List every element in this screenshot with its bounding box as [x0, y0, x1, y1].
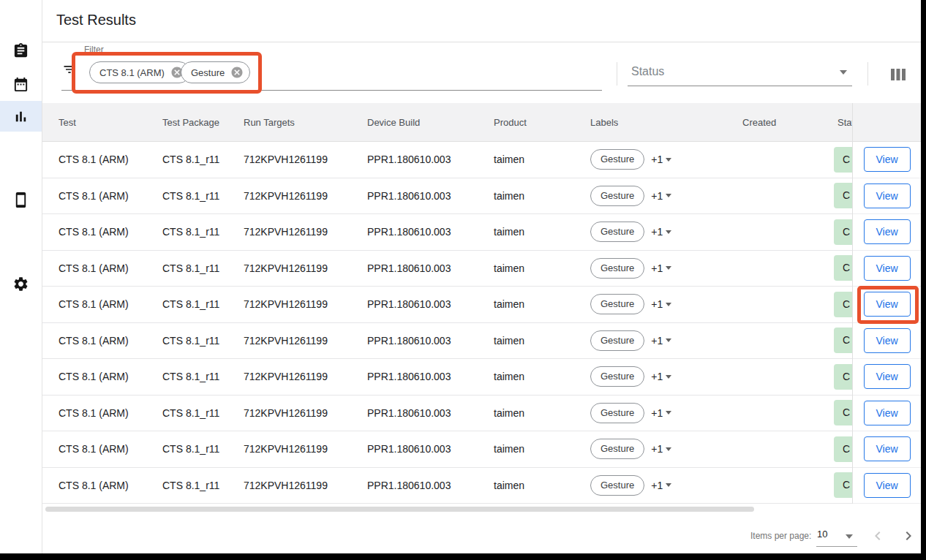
- view-button[interactable]: View: [864, 436, 911, 461]
- page-title: Test Results: [56, 12, 136, 29]
- cell-product: taimen: [494, 226, 590, 238]
- cell-test-package: CTS 8.1_r11: [162, 335, 244, 347]
- column-header-run-targets[interactable]: Run Targets: [244, 117, 367, 128]
- more-labels-dropdown[interactable]: +1: [651, 298, 671, 310]
- cell-test: CTS 8.1 (ARM): [42, 190, 162, 202]
- status-badge: C: [834, 328, 853, 353]
- table-row[interactable]: CTS 8.1 (ARM) CTS 8.1_r11 712KPVH1261199…: [42, 431, 853, 468]
- cell-status: C: [834, 472, 853, 498]
- cell-labels: Gesture +1: [590, 330, 737, 351]
- more-labels-dropdown[interactable]: +1: [651, 407, 671, 419]
- previous-page-button[interactable]: [869, 527, 887, 545]
- label-chip[interactable]: Gesture: [590, 186, 644, 206]
- table-row[interactable]: CTS 8.1 (ARM) CTS 8.1_r11 712KPVH1261199…: [42, 359, 853, 396]
- sidebar-item-settings[interactable]: [0, 268, 42, 299]
- more-labels-dropdown[interactable]: +1: [651, 190, 671, 202]
- chevron-down-icon: [666, 375, 671, 379]
- label-chip[interactable]: Gesture: [590, 439, 644, 459]
- label-chip[interactable]: Gesture: [590, 403, 644, 423]
- items-per-page-select[interactable]: 10: [817, 529, 827, 540]
- sidebar-item-test-results[interactable]: [0, 101, 42, 132]
- column-header-product[interactable]: Product: [494, 117, 590, 128]
- view-button[interactable]: View: [864, 183, 911, 208]
- cell-device-build: PPR1.180610.003: [367, 371, 494, 382]
- label-chip[interactable]: Gesture: [590, 366, 644, 387]
- cell-run-targets: 712KPVH1261199: [244, 371, 367, 382]
- label-chip[interactable]: Gesture: [590, 149, 644, 170]
- annotation-view-highlight: [857, 286, 919, 324]
- more-labels-dropdown[interactable]: +1: [651, 443, 671, 455]
- view-button[interactable]: View: [864, 147, 911, 172]
- more-labels-count: +1: [651, 190, 663, 202]
- action-cell: View: [853, 214, 921, 251]
- view-button[interactable]: View: [864, 328, 911, 353]
- table-row[interactable]: CTS 8.1 (ARM) CTS 8.1_r11 712KPVH1261199…: [42, 323, 853, 360]
- table-row[interactable]: CTS 8.1 (ARM) CTS 8.1_r11 712KPVH1261199…: [42, 468, 853, 504]
- label-chip[interactable]: Gesture: [590, 294, 644, 314]
- view-button[interactable]: View: [864, 401, 911, 425]
- table-row[interactable]: CTS 8.1 (ARM) CTS 8.1_r11 712KPVH1261199…: [42, 396, 853, 432]
- column-header-status[interactable]: Status: [834, 117, 853, 128]
- cell-run-targets: 712KPVH1261199: [244, 226, 367, 238]
- more-labels-dropdown[interactable]: +1: [651, 226, 671, 238]
- more-labels-count: +1: [651, 407, 663, 419]
- label-chip[interactable]: Gesture: [590, 258, 644, 279]
- more-labels-count: +1: [651, 298, 663, 310]
- cell-run-targets: 712KPVH1261199: [244, 298, 367, 310]
- more-labels-dropdown[interactable]: +1: [651, 335, 671, 347]
- table-row[interactable]: CTS 8.1 (ARM) CTS 8.1_r11 712KPVH1261199…: [42, 214, 853, 251]
- column-header-test[interactable]: Test: [42, 117, 162, 128]
- chevron-down-icon[interactable]: [840, 70, 847, 75]
- label-chip[interactable]: Gesture: [590, 475, 644, 496]
- table-body: CTS 8.1 (ARM) CTS 8.1_r11 712KPVH1261199…: [42, 142, 853, 504]
- cell-product: taimen: [494, 407, 590, 419]
- chevron-down-icon[interactable]: [846, 534, 853, 539]
- table-row[interactable]: CTS 8.1 (ARM) CTS 8.1_r11 712KPVH1261199…: [42, 287, 853, 323]
- next-page-button[interactable]: [900, 527, 917, 545]
- column-selector-icon[interactable]: [891, 69, 906, 80]
- more-labels-dropdown[interactable]: +1: [651, 480, 671, 491]
- table-row[interactable]: CTS 8.1 (ARM) CTS 8.1_r11 712KPVH1261199…: [42, 251, 853, 287]
- items-per-page-label: Items per page:: [750, 531, 811, 541]
- cell-status: C: [834, 255, 853, 281]
- label-chip[interactable]: Gesture: [590, 222, 644, 242]
- view-button[interactable]: View: [864, 219, 911, 244]
- chevron-down-icon: [666, 447, 671, 451]
- view-button[interactable]: View: [864, 256, 911, 281]
- bar-chart-icon: [12, 108, 29, 125]
- status-select[interactable]: Status: [631, 65, 664, 78]
- horizontal-scrollbar[interactable]: [45, 507, 754, 512]
- cell-run-targets: 712KPVH1261199: [244, 262, 367, 274]
- chevron-down-icon: [666, 411, 671, 415]
- annotation-filter-highlight: [72, 52, 262, 94]
- cell-product: taimen: [494, 371, 590, 382]
- cell-test: CTS 8.1 (ARM): [42, 154, 162, 165]
- toolbar-divider: [617, 62, 617, 86]
- action-cell: View: [853, 359, 921, 396]
- view-button[interactable]: View: [864, 473, 911, 498]
- cell-product: taimen: [494, 190, 590, 202]
- screen-edge-bottom: [0, 553, 926, 560]
- cell-labels: Gesture +1: [590, 294, 737, 314]
- cell-run-targets: 712KPVH1261199: [244, 480, 367, 491]
- table-row[interactable]: CTS 8.1 (ARM) CTS 8.1_r11 712KPVH1261199…: [42, 142, 853, 178]
- more-labels-dropdown[interactable]: +1: [651, 371, 671, 382]
- column-header-test-package[interactable]: Test Package: [162, 117, 244, 128]
- more-labels-dropdown[interactable]: +1: [651, 154, 671, 165]
- view-button[interactable]: View: [864, 364, 911, 389]
- column-header-labels[interactable]: Labels: [590, 117, 737, 128]
- sidebar-item-test-plans[interactable]: [0, 69, 42, 99]
- cell-labels: Gesture +1: [590, 366, 737, 387]
- cell-status: C: [834, 328, 853, 353]
- column-header-created[interactable]: Created: [737, 117, 834, 128]
- status-badge: C: [834, 255, 853, 281]
- more-labels-dropdown[interactable]: +1: [651, 262, 671, 274]
- status-badge: C: [834, 183, 853, 208]
- cell-test-package: CTS 8.1_r11: [162, 371, 244, 382]
- table-row[interactable]: CTS 8.1 (ARM) CTS 8.1_r11 712KPVH1261199…: [42, 178, 853, 215]
- sidebar-item-test-suites[interactable]: [0, 35, 42, 66]
- label-chip[interactable]: Gesture: [590, 330, 644, 351]
- column-header-device-build[interactable]: Device Build: [367, 117, 494, 128]
- action-cell: View: [853, 178, 921, 215]
- sidebar-item-devices[interactable]: [0, 184, 42, 215]
